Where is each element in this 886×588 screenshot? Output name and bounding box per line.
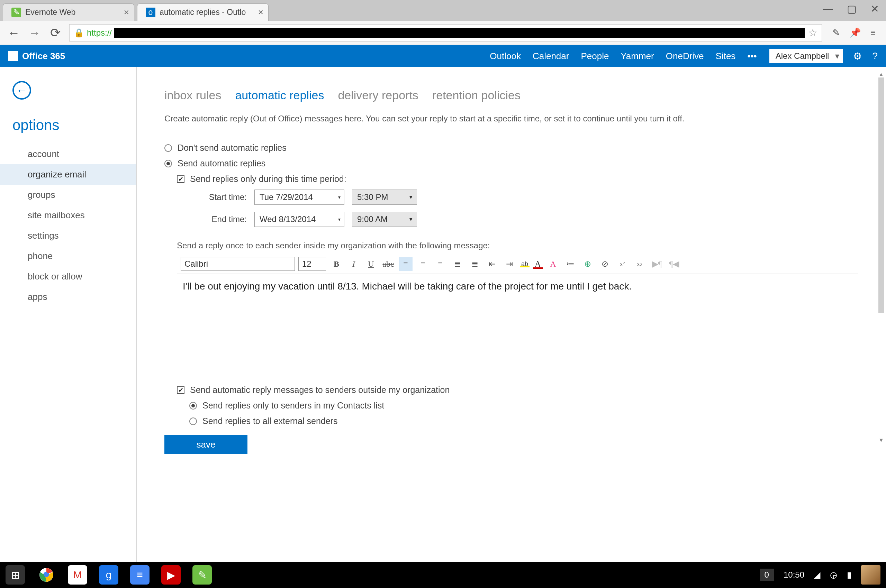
message-body[interactable]: I'll be out enjoying my vacation until 8… <box>177 274 858 371</box>
tab-retention-policies[interactable]: retention policies <box>432 88 520 102</box>
reload-button[interactable]: ⟳ <box>48 26 62 40</box>
chrome-icon[interactable] <box>37 565 56 585</box>
subscript-button[interactable]: x₂ <box>633 257 647 271</box>
tab-inbox-rules[interactable]: inbox rules <box>164 88 221 102</box>
nav-outlook[interactable]: Outlook <box>490 51 521 62</box>
browser-tab-outlook[interactable]: o automatic replies - Outlo × <box>137 3 269 21</box>
docs-icon[interactable]: ≡ <box>130 565 149 585</box>
bookmark-icon[interactable]: ☆ <box>808 27 817 39</box>
sidebar-item-block-allow[interactable]: block or allow <box>0 266 136 287</box>
strikethrough-button[interactable]: abc <box>381 257 395 271</box>
notification-count[interactable]: 0 <box>760 568 774 581</box>
start-date-dropdown[interactable]: Tue 7/29/2014▾ <box>254 189 344 205</box>
o365-brand[interactable]: Office 365 <box>8 51 65 62</box>
scroll-down-icon[interactable]: ▼ <box>877 437 885 443</box>
battery-icon[interactable]: ▮ <box>847 570 851 580</box>
align-right-button[interactable]: ≡ <box>433 257 447 271</box>
maximize-icon[interactable]: ▢ <box>847 3 857 15</box>
scroll-up-icon[interactable]: ▲ <box>877 71 885 78</box>
close-icon[interactable]: ✕ <box>870 3 879 15</box>
outdent-button[interactable]: ⇤ <box>485 257 499 271</box>
sidebar-item-groups[interactable]: groups <box>0 185 136 205</box>
unlink-button[interactable]: ⊘ <box>598 257 612 271</box>
browser-toolbar: ← → ⟳ 🔒 https:// ☆ ✎ 📌 ≡ <box>0 21 886 45</box>
link-button[interactable]: ⊕ <box>581 257 594 271</box>
align-center-button[interactable]: ≡ <box>416 257 430 271</box>
chevron-down-icon: ▾ <box>338 194 341 200</box>
underline-button[interactable]: U <box>364 257 378 271</box>
google-icon[interactable]: g <box>99 565 118 585</box>
brand-text: Office 365 <box>22 51 65 62</box>
evernote-ext-icon[interactable]: ✎ <box>832 27 840 38</box>
number-list-button[interactable]: ≣ <box>468 257 482 271</box>
sidebar-item-settings[interactable]: settings <box>0 225 136 246</box>
radio-outside-contacts[interactable]: Send replies only to senders in my Conta… <box>189 400 862 411</box>
address-bar[interactable]: 🔒 https:// ☆ <box>69 24 822 42</box>
forward-button[interactable]: → <box>28 26 42 40</box>
sidebar-item-apps[interactable]: apps <box>0 287 136 307</box>
radio-label: Send automatic replies <box>178 158 265 168</box>
align-left-button[interactable]: ≡ <box>399 257 412 271</box>
evernote-taskbar-icon[interactable]: ✎ <box>193 565 212 585</box>
nav-onedrive[interactable]: OneDrive <box>666 51 704 62</box>
ltr-button[interactable]: ▶¶ <box>650 257 664 271</box>
youtube-icon[interactable]: ▶ <box>161 565 181 585</box>
app-launcher-icon[interactable]: ⊞ <box>6 565 25 585</box>
radio-label: Send replies only to senders in my Conta… <box>203 400 384 411</box>
font-size-dropdown[interactable]: 12 <box>298 257 326 271</box>
insert-rule-button[interactable]: ≔ <box>563 257 577 271</box>
start-hour-dropdown[interactable]: 5:30 PM▼ <box>352 189 417 205</box>
radio-outside-all[interactable]: Send replies to all external senders <box>189 416 862 426</box>
sidebar-item-phone[interactable]: phone <box>0 246 136 266</box>
back-circle-button[interactable]: ← <box>12 81 31 100</box>
tab-delivery-reports[interactable]: delivery reports <box>338 88 418 102</box>
minimize-icon[interactable]: — <box>823 3 833 15</box>
back-button[interactable]: ← <box>7 26 21 40</box>
superscript-button[interactable]: x² <box>615 257 629 271</box>
sound-icon[interactable]: ◢ <box>814 570 820 580</box>
nav-sites[interactable]: Sites <box>716 51 736 62</box>
checkbox-outside-org[interactable]: Send automatic reply messages to senders… <box>177 385 862 395</box>
close-icon[interactable]: × <box>258 7 263 18</box>
font-color-button[interactable]: A <box>533 257 543 271</box>
browser-tab-evernote[interactable]: ✎ Evernote Web × <box>3 3 134 21</box>
main-panel: inbox rules automatic replies delivery r… <box>137 67 886 562</box>
gmail-icon[interactable]: M <box>68 565 87 585</box>
sidebar-item-site-mailboxes[interactable]: site mailboxes <box>0 205 136 225</box>
indent-button[interactable]: ⇥ <box>502 257 516 271</box>
font-family-dropdown[interactable]: Calibri <box>181 257 295 271</box>
gear-icon[interactable]: ⚙ <box>853 51 862 62</box>
evernote-icon: ✎ <box>11 8 21 17</box>
tab-automatic-replies[interactable]: automatic replies <box>235 88 324 102</box>
menu-icon[interactable]: ≡ <box>870 27 875 38</box>
chevron-down-icon: ▼ <box>408 216 413 222</box>
scroll-thumb[interactable] <box>878 78 884 313</box>
radio-dont-send[interactable]: Don't send automatic replies <box>164 143 862 153</box>
nav-more-icon[interactable]: ••• <box>747 51 757 62</box>
checkbox-time-period[interactable]: Send replies only during this time perio… <box>177 174 862 184</box>
save-button[interactable]: save <box>164 435 247 454</box>
nav-yammer[interactable]: Yammer <box>621 51 654 62</box>
clear-format-button[interactable]: A <box>546 257 560 271</box>
rtl-button[interactable]: ¶◀ <box>667 257 681 271</box>
bullet-list-button[interactable]: ≣ <box>451 257 465 271</box>
end-date-dropdown[interactable]: Wed 8/13/2014▾ <box>254 212 344 227</box>
bold-button[interactable]: B <box>329 257 343 271</box>
user-avatar[interactable] <box>861 565 880 585</box>
end-hour-dropdown[interactable]: 9:00 AM▼ <box>352 212 417 227</box>
nav-calendar[interactable]: Calendar <box>533 51 569 62</box>
wifi-icon[interactable]: ◶ <box>830 570 837 580</box>
close-icon[interactable]: × <box>124 7 129 18</box>
highlight-button[interactable]: ab <box>520 257 529 271</box>
pin-icon[interactable]: 📌 <box>850 27 861 38</box>
url-redacted <box>114 28 805 38</box>
help-icon[interactable]: ? <box>872 51 878 62</box>
clock[interactable]: 10:50 <box>784 570 804 580</box>
sidebar-item-organize-email[interactable]: organize email <box>0 164 136 185</box>
radio-send[interactable]: Send automatic replies <box>164 158 862 168</box>
italic-button[interactable]: I <box>347 257 361 271</box>
nav-people[interactable]: People <box>581 51 609 62</box>
scrollbar[interactable]: ▲ ▼ <box>877 71 885 445</box>
user-menu[interactable]: Alex Campbell <box>769 49 843 63</box>
sidebar-item-account[interactable]: account <box>0 144 136 164</box>
